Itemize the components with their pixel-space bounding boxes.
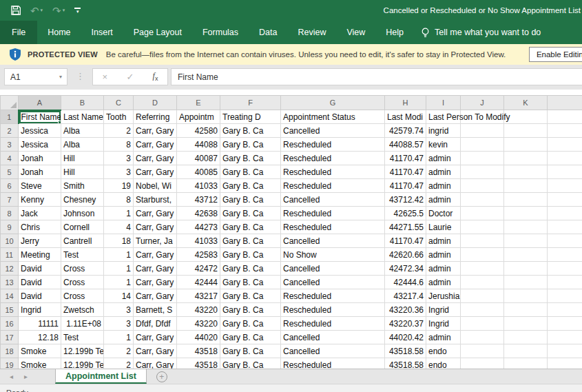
save-icon[interactable] (11, 6, 21, 15)
insert-function-icon[interactable]: fx (153, 71, 158, 82)
cell-G4[interactable]: Rescheduled (281, 152, 385, 165)
cell-D16[interactable]: Dfdf, Dfdf (134, 317, 177, 331)
cell-G12[interactable]: Cancelled (281, 262, 385, 276)
cell-E16[interactable]: 43220 (177, 317, 220, 331)
cell-H19[interactable]: 43518.58 (385, 358, 426, 369)
cell-X15[interactable] (548, 303, 582, 317)
cell-F10[interactable]: Gary B. Ca (220, 234, 281, 248)
cell-H7[interactable]: 43712.42 (385, 193, 426, 207)
cell-K5[interactable] (504, 165, 548, 179)
cell-A13[interactable]: David (19, 276, 61, 289)
cell-J13[interactable] (461, 276, 504, 289)
cell-A6[interactable]: Steve (19, 179, 61, 193)
cell-C19[interactable]: 2 (104, 358, 134, 369)
cell-B15[interactable]: Zwetsch (61, 303, 104, 317)
cell-H4[interactable]: 41170.47 (385, 152, 426, 165)
cell-E12[interactable]: 42472 (177, 262, 220, 276)
cell-A12[interactable]: David (19, 262, 61, 276)
cell-G18[interactable]: Cancelled (281, 344, 385, 358)
cell-C18[interactable]: 2 (104, 344, 134, 358)
cell-X4[interactable] (548, 152, 582, 165)
cell-D5[interactable]: Carr, Gary (134, 165, 177, 179)
cell-X6[interactable] (548, 179, 582, 193)
cell-B2[interactable]: Alba (61, 124, 104, 138)
cell-J16[interactable] (461, 317, 504, 331)
cell-F4[interactable]: Gary B. Ca (220, 152, 281, 165)
column-header-F[interactable]: F (220, 96, 281, 110)
row-header-18[interactable]: 18 (1, 344, 19, 358)
cell-C16[interactable]: 3 (104, 317, 134, 331)
cell-D14[interactable]: Carr, Gary (134, 289, 177, 303)
cell-H15[interactable]: 43220.36 (385, 303, 426, 317)
cell-B11[interactable]: Test (61, 248, 104, 262)
cell-D17[interactable]: Carr, Gary (134, 331, 177, 344)
cell-B16[interactable]: 1.11E+08 (61, 317, 104, 331)
row-header-2[interactable]: 2 (1, 124, 19, 138)
cell-I19[interactable]: endo (426, 358, 461, 369)
cell-I17[interactable]: admin (426, 331, 461, 344)
tab-scroll-right-icon[interactable]: ▸ (24, 373, 28, 380)
cell-I16[interactable]: Ingrid (426, 317, 461, 331)
cell-E3[interactable]: 44088 (177, 138, 220, 152)
cell-J9[interactable] (461, 220, 504, 234)
cell-J14[interactable] (461, 289, 504, 303)
cell-A16[interactable]: 11111 (19, 317, 61, 331)
cell-H18[interactable]: 43518.58 (385, 344, 426, 358)
cell-G9[interactable]: Rescheduled (281, 220, 385, 234)
cell-G2[interactable]: Cancelled (281, 124, 385, 138)
cell-F12[interactable]: Gary B. Ca (220, 262, 281, 276)
cell-F5[interactable]: Gary B. Ca (220, 165, 281, 179)
cancel-icon[interactable]: × (103, 72, 108, 82)
row-header-12[interactable]: 12 (1, 262, 19, 276)
cell-F3[interactable]: Gary B. Ca (220, 138, 281, 152)
cell-I7[interactable]: admin (426, 193, 461, 207)
cell-A10[interactable]: Jerry (19, 234, 61, 248)
cell-F19[interactable]: Gary B. Ca (220, 358, 281, 369)
cell-X18[interactable] (548, 344, 582, 358)
cell-D6[interactable]: Nobel, Wi (134, 179, 177, 193)
column-header-E[interactable]: E (177, 96, 220, 110)
cell-G11[interactable]: No Show (281, 248, 385, 262)
cell-C14[interactable]: 14 (104, 289, 134, 303)
cell-A14[interactable]: David (19, 289, 61, 303)
cell-A15[interactable]: Ingrid (19, 303, 61, 317)
cell-F8[interactable]: Gary B. Ca (220, 207, 281, 220)
new-sheet-icon[interactable]: + (156, 371, 167, 382)
enable-editing-button[interactable]: Enable Editing (529, 47, 582, 62)
cell-C11[interactable]: 1 (104, 248, 134, 262)
cell-X17[interactable] (548, 331, 582, 344)
cell-B6[interactable]: Smith (61, 179, 104, 193)
row-header-3[interactable]: 3 (1, 138, 19, 152)
cell-H13[interactable]: 42444.6 (385, 276, 426, 289)
cell-B3[interactable]: Alba (61, 138, 104, 152)
undo-icon[interactable]: ↶▾ (30, 6, 43, 16)
cell-A1[interactable]: First Name (19, 110, 61, 124)
column-header-A[interactable]: A (19, 96, 61, 110)
cell-X14[interactable] (548, 289, 582, 303)
cell-E17[interactable]: 44020 (177, 331, 220, 344)
cell-F7[interactable]: Gary B. Ca (220, 193, 281, 207)
cell-B13[interactable]: Cross (61, 276, 104, 289)
cell-E5[interactable]: 40085 (177, 165, 220, 179)
cell-H12[interactable]: 42472.34 (385, 262, 426, 276)
cell-X10[interactable] (548, 234, 582, 248)
cell-X2[interactable] (548, 124, 582, 138)
cell-H14[interactable]: 43217.4 (385, 289, 426, 303)
cell-I4[interactable]: admin (426, 152, 461, 165)
cell-H5[interactable]: 41170.47 (385, 165, 426, 179)
cell-H17[interactable]: 44020.42 (385, 331, 426, 344)
cell-D11[interactable]: Carr, Gary (134, 248, 177, 262)
ribbon-tab-formulas[interactable]: Formulas (192, 21, 249, 44)
cell-J4[interactable] (461, 152, 504, 165)
cell-J6[interactable] (461, 179, 504, 193)
cell-C4[interactable]: 3 (104, 152, 134, 165)
cell-I1[interactable]: Last Person To Modify (426, 110, 461, 124)
cell-I2[interactable]: ingrid (426, 124, 461, 138)
column-header-H[interactable]: H (385, 96, 426, 110)
row-header-7[interactable]: 7 (1, 193, 19, 207)
cell-X1[interactable] (548, 110, 582, 124)
cell-A7[interactable]: Kenny (19, 193, 61, 207)
cell-K11[interactable] (504, 248, 548, 262)
cell-J3[interactable] (461, 138, 504, 152)
cell-J7[interactable] (461, 193, 504, 207)
